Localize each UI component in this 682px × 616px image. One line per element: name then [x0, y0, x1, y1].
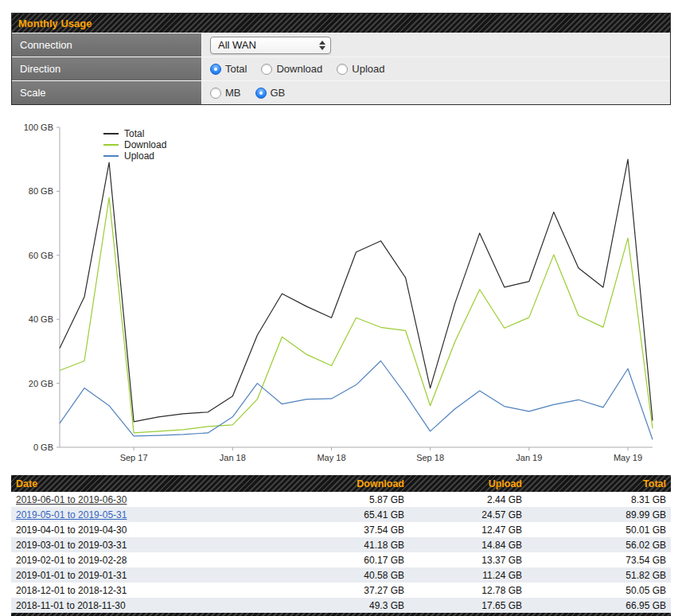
usage-chart: 0 GB20 GB40 GB60 GB80 GB100 GBSep 17Jan … [0, 118, 682, 472]
svg-text:20 GB: 20 GB [29, 379, 53, 388]
upload-value: 13.37 GB [409, 552, 527, 567]
table-footer-bar [11, 613, 671, 616]
radio-direction-total[interactable]: Total [210, 63, 247, 75]
date-range-text: 2018-11-01 to 2018-11-30 [16, 600, 126, 611]
table-row: 2019-03-01 to 2019-03-31 41.18 GB 14.84 … [11, 537, 671, 552]
svg-text:80 GB: 80 GB [29, 186, 53, 196]
connection-select-value: All WAN [218, 39, 256, 51]
table-row: 2018-11-01 to 2018-11-30 49.3 GB 17.65 G… [11, 598, 671, 613]
total-value: 66.95 GB [527, 598, 671, 613]
upload-value: 17.65 GB [409, 598, 527, 613]
svg-text:Jan 19: Jan 19 [516, 453, 542, 462]
panel-header: Monthly Usage [12, 14, 670, 33]
radio-direction-download-label: Download [276, 63, 322, 75]
total-value: 50.05 GB [527, 583, 671, 598]
download-value: 5.87 GB [282, 492, 409, 507]
legend-item-upload: Upload [103, 150, 166, 162]
radio-unchecked-icon [261, 64, 272, 75]
upload-value: 12.78 GB [409, 583, 527, 598]
legend-total-label: Total [124, 128, 144, 139]
total-column-header: Total [527, 475, 671, 492]
total-value: 56.02 GB [527, 537, 671, 552]
radio-scale-gb-label: GB [271, 87, 286, 99]
upload-value: 2.44 GB [409, 492, 527, 507]
upload-value: 14.84 GB [409, 537, 527, 552]
download-value: 37.27 GB [282, 583, 409, 598]
upload-series-swatch [103, 155, 119, 157]
panel-title: Monthly Usage [18, 18, 92, 29]
radio-scale-mb[interactable]: MB [210, 87, 241, 99]
total-series-swatch [103, 133, 119, 135]
select-arrows-icon [319, 41, 325, 50]
total-value: 51.82 GB [527, 567, 671, 583]
scale-field: MB GB [202, 81, 670, 104]
table-row: 2019-04-01 to 2019-04-30 37.54 GB 12.47 … [11, 522, 671, 537]
date-column-header: Date [11, 475, 282, 492]
download-value: 41.18 GB [282, 537, 409, 552]
date-range-text: 2019-01-01 to 2019-01-31 [16, 570, 127, 581]
table-row: 2019-05-01 to 2019-05-31 65.41 GB 24.57 … [11, 507, 671, 522]
direction-field: Total Download Upload [202, 57, 670, 80]
legend-upload-label: Upload [124, 150, 154, 162]
usage-line-chart: 0 GB20 GB40 GB60 GB80 GB100 GBSep 17Jan … [0, 118, 672, 472]
svg-text:Sep 17: Sep 17 [120, 453, 148, 462]
svg-text:Sep 18: Sep 18 [416, 453, 444, 462]
total-value: 8.31 GB [527, 492, 671, 507]
total-series-line [60, 159, 653, 422]
direction-label: Direction [12, 57, 202, 80]
svg-text:40 GB: 40 GB [29, 314, 53, 324]
radio-scale-mb-label: MB [225, 87, 241, 99]
total-value: 89.99 GB [527, 507, 671, 522]
upload-series-line [60, 361, 653, 440]
table-row: 2019-01-01 to 2019-01-31 40.58 GB 11.24 … [11, 567, 671, 583]
radio-scale-gb[interactable]: GB [255, 87, 286, 99]
date-range-link[interactable]: 2019-05-01 to 2019-05-31 [16, 509, 127, 520]
legend-item-download: Download [103, 139, 166, 150]
svg-text:Jan 18: Jan 18 [220, 453, 246, 462]
chart-legend: Total Download Upload [103, 128, 166, 162]
date-range-text: 2019-02-01 to 2019-02-28 [16, 555, 127, 566]
connection-row: Connection All WAN [12, 33, 670, 57]
svg-text:May 19: May 19 [614, 453, 642, 462]
download-value: 37.54 GB [282, 522, 409, 537]
radio-unchecked-icon [210, 88, 221, 99]
monthly-usage-panel: Monthly Usage Connection All WAN Directi… [11, 13, 671, 105]
svg-text:100 GB: 100 GB [24, 123, 53, 132]
download-value: 49.3 GB [282, 598, 409, 613]
scale-label: Scale [12, 81, 202, 104]
radio-direction-total-label: Total [225, 63, 247, 75]
date-range-text: 2019-04-01 to 2019-04-30 [16, 524, 127, 536]
monthly-usage-table: Date Download Upload Total 2019-06-01 to… [11, 475, 671, 613]
download-series-line [60, 197, 653, 433]
svg-text:0 GB: 0 GB [33, 443, 53, 452]
total-value: 50.01 GB [527, 522, 671, 537]
total-value: 73.54 GB [527, 552, 671, 567]
connection-field: All WAN [202, 33, 670, 57]
download-column-header: Download [282, 475, 409, 492]
upload-column-header: Upload [409, 475, 527, 492]
radio-direction-upload[interactable]: Upload [337, 63, 384, 75]
svg-text:60 GB: 60 GB [29, 251, 53, 260]
table-row: 2019-02-01 to 2019-02-28 60.17 GB 13.37 … [11, 552, 671, 567]
legend-download-label: Download [124, 139, 166, 150]
date-range-text: 2019-03-01 to 2019-03-31 [16, 540, 127, 551]
download-value: 65.41 GB [282, 507, 409, 522]
date-range-text: 2018-12-01 to 2018-12-31 [16, 585, 127, 596]
upload-value: 11.24 GB [409, 567, 527, 583]
upload-value: 24.57 GB [409, 507, 527, 522]
table-row: 2018-12-01 to 2018-12-31 37.27 GB 12.78 … [11, 583, 671, 598]
scale-row: Scale MB GB [12, 80, 670, 104]
date-range-link[interactable]: 2019-06-01 to 2019-06-30 [16, 494, 127, 505]
download-value: 40.58 GB [282, 567, 409, 583]
download-series-swatch [103, 144, 119, 146]
radio-checked-icon [210, 64, 221, 75]
legend-item-total: Total [103, 128, 166, 139]
connection-select[interactable]: All WAN [210, 37, 331, 54]
upload-value: 12.47 GB [409, 522, 527, 537]
table-header-row: Date Download Upload Total [11, 475, 671, 492]
radio-direction-download[interactable]: Download [261, 63, 322, 75]
svg-text:May 18: May 18 [317, 453, 345, 462]
connection-label: Connection [12, 33, 202, 57]
radio-unchecked-icon [337, 64, 348, 75]
direction-row: Direction Total Download Upload [12, 57, 670, 80]
